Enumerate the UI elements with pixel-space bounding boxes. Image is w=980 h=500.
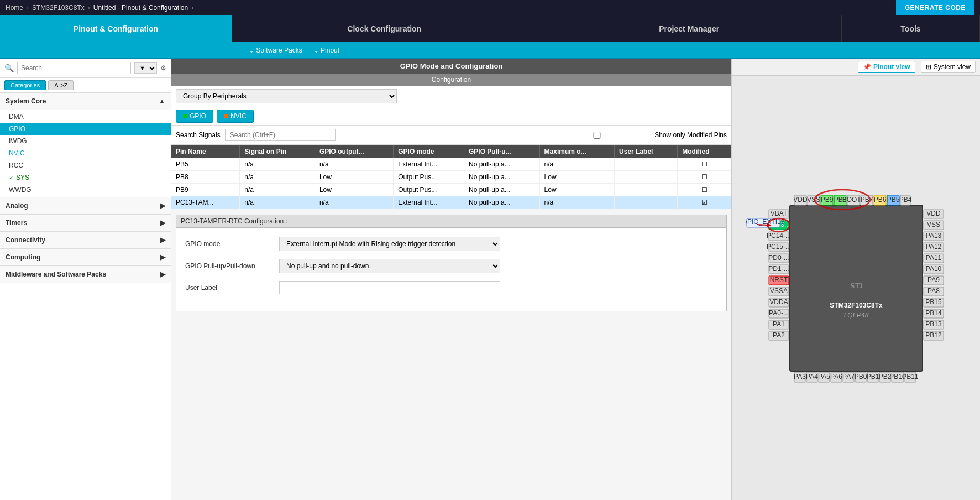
config-panel-header: PC13-TAMPER-RTC Configuration : [176, 215, 726, 228]
tab-pinout-configuration[interactable]: Pinout & Configuration [0, 15, 232, 42]
gpio-tab-label: GPIO [190, 112, 206, 120]
gpio-pull-row: GPIO Pull-up/Pull-down No pull-up and no… [185, 259, 717, 273]
user-label-input[interactable] [279, 281, 500, 294]
pinout-link[interactable]: ⌄ Pinout [313, 46, 339, 54]
connectivity-header[interactable]: Connectivity ▶ [0, 232, 171, 248]
middleware-chevron: ▶ [160, 270, 165, 278]
svg-text:PA6: PA6 [830, 373, 842, 381]
cell-max: Low [539, 171, 615, 184]
show-modified-checkbox[interactable] [542, 132, 652, 139]
cell-pin-name: PC13-TAM... [171, 196, 240, 209]
system-view-tab[interactable]: ⊞ System view [921, 61, 976, 73]
gpio-mode-label: GPIO mode [185, 240, 274, 248]
gpio-active-dot [183, 114, 187, 118]
table-row[interactable]: PB8 n/a Low Output Pus... No pull-up a..… [171, 171, 731, 184]
timers-chevron: ▶ [160, 219, 165, 227]
svg-text:PD0-...: PD0-... [768, 254, 789, 262]
col-modified[interactable]: Modified [678, 145, 731, 158]
svg-text:VDD: VDD [793, 196, 808, 204]
tab-project-manager[interactable]: Project Manager [537, 15, 842, 42]
sidebar: 🔍 ▼ ⚙ Categories A->Z System Core ▲ DMA … [0, 59, 171, 500]
connectivity-label: Connectivity [6, 236, 45, 244]
sidebar-section-computing: Computing ▶ [0, 249, 171, 266]
sidebar-item-wwdg[interactable]: WWDG [0, 184, 171, 196]
filter-tab-categories[interactable]: Categories [4, 80, 46, 90]
breadcrumb-project: Untitled - Pinout & Configuration [93, 4, 188, 12]
search-signals-label: Search Signals [176, 131, 221, 139]
svg-text:VBAT: VBAT [770, 210, 787, 217]
sidebar-item-gpio[interactable]: GPIO [0, 123, 171, 135]
generate-code-button[interactable]: GENERATE CODE [896, 0, 974, 15]
svg-text:PA10: PA10 [925, 265, 941, 273]
user-label-label: User Label [185, 284, 274, 291]
tab-tools[interactable]: Tools [842, 15, 980, 42]
table-row[interactable]: PB9 n/a Low Output Pus... No pull-up a..… [171, 184, 731, 196]
breadcrumb-device[interactable]: STM32F103C8Tx [32, 4, 85, 12]
cell-label [615, 184, 678, 196]
cell-modified: ☐ [678, 184, 731, 196]
svg-text:PB1: PB1 [866, 373, 879, 381]
nvic-active-dot [224, 114, 228, 118]
breadcrumb-home[interactable]: Home [6, 4, 23, 12]
pinout-view-tab[interactable]: 📌 Pinout view [858, 61, 915, 73]
col-pull[interactable]: GPIO Pull-u... [464, 145, 540, 158]
search-signals-row: Search Signals Show only Modified Pins [171, 126, 731, 145]
svg-text:PA8: PA8 [927, 287, 940, 295]
content-area: GPIO Mode and Configuration Configuratio… [171, 59, 731, 500]
gpio-nvic-tab-row: GPIO NVIC [171, 107, 731, 126]
sidebar-section-connectivity: Connectivity ▶ [0, 232, 171, 249]
chip-diagram: 𝗦𝗧𝗜 STM32F103C8Tx LQFP48 VDD VSS PB9 PB8… [732, 76, 980, 500]
cell-pull: No pull-up a... [464, 196, 540, 209]
show-modified-row: Show only Modified Pins [542, 131, 727, 139]
svg-text:PC14-...: PC14-... [766, 232, 790, 239]
config-toolbar-row: Group By Peripherals [171, 86, 731, 107]
tab-clock-configuration[interactable]: Clock Configuration [232, 15, 537, 42]
search-input[interactable] [17, 62, 131, 74]
sidebar-item-sys[interactable]: ✓ SYS [0, 171, 171, 184]
cell-output: n/a [315, 158, 393, 171]
cell-label [615, 196, 678, 209]
software-packs-link[interactable]: ⌄ Software Packs [249, 46, 302, 54]
signal-search-input[interactable] [225, 129, 336, 141]
table-row[interactable]: PC13-TAM... n/a n/a External Int... No p… [171, 196, 731, 209]
sidebar-item-nvic[interactable]: NVIC [0, 147, 171, 159]
group-by-select[interactable]: Group By Peripherals [176, 89, 397, 103]
svg-text:PA4: PA4 [806, 373, 818, 381]
col-max[interactable]: Maximum o... [539, 145, 615, 158]
filter-tab-atoz[interactable]: A->Z [48, 80, 74, 90]
sidebar-item-rcc[interactable]: RCC [0, 159, 171, 171]
svg-text:PB15: PB15 [925, 298, 942, 306]
settings-icon[interactable]: ⚙ [160, 64, 166, 72]
col-signal[interactable]: Signal on Pin [240, 145, 315, 158]
gpio-tab-button[interactable]: GPIO [176, 110, 213, 123]
gpio-pull-select[interactable]: No pull-up and no pull-down [279, 259, 500, 273]
col-label[interactable]: User Label [615, 145, 678, 158]
middleware-header[interactable]: Middleware and Software Packs ▶ [0, 266, 171, 283]
col-output[interactable]: GPIO output... [315, 145, 393, 158]
svg-text:VDD: VDD [926, 210, 941, 217]
sidebar-section-system-core: System Core ▲ DMA GPIO IWDG NVIC RCC ✓ S… [0, 93, 171, 197]
cell-label [615, 171, 678, 184]
middleware-label: Middleware and Software Packs [6, 270, 106, 278]
nvic-tab-button[interactable]: NVIC [217, 110, 254, 123]
table-row[interactable]: PB5 n/a n/a External Int... No pull-up a… [171, 158, 731, 171]
timers-header[interactable]: Timers ▶ [0, 215, 171, 231]
search-icon: 🔍 [4, 64, 14, 72]
computing-header[interactable]: Computing ▶ [0, 249, 171, 265]
gpio-mode-select[interactable]: External Interrupt Mode with Rising edge… [279, 237, 500, 251]
analog-label: Analog [6, 202, 28, 210]
svg-text:PA7: PA7 [842, 373, 855, 381]
col-pin-name[interactable]: Pin Name [171, 145, 240, 158]
system-icon: ⊞ [926, 63, 931, 71]
sidebar-search-area: 🔍 ▼ ⚙ [0, 59, 171, 78]
system-core-header[interactable]: System Core ▲ [0, 93, 171, 110]
svg-text:PA9: PA9 [927, 276, 940, 284]
cell-mode: Output Pus... [394, 171, 464, 184]
sidebar-item-dma[interactable]: DMA [0, 111, 171, 123]
analog-header[interactable]: Analog ▶ [0, 197, 171, 214]
col-mode[interactable]: GPIO mode [394, 145, 464, 158]
cell-label [615, 158, 678, 171]
search-dropdown[interactable]: ▼ [134, 62, 157, 74]
svg-text:PA2: PA2 [773, 331, 785, 339]
sidebar-item-iwdg[interactable]: IWDG [0, 135, 171, 147]
